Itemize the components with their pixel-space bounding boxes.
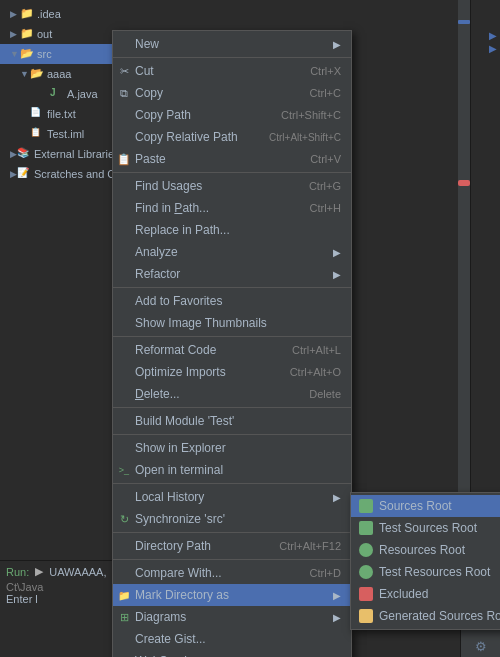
submenu-item-generatedsourcesroot[interactable]: Generated Sources Root — [351, 605, 500, 627]
terminal-icon: >_ — [117, 463, 131, 477]
tree-arrow-extlibs: ▶ — [10, 149, 17, 159]
scroll-mark-1 — [458, 180, 470, 186]
menu-label-new: New — [135, 37, 159, 51]
menu-item-showimagethumbs[interactable]: Show Image Thumbnails — [113, 312, 351, 334]
tree-label-src: src — [37, 48, 52, 60]
menu-item-markdirectoryas[interactable]: 📁 Mark Directory as ▶ — [113, 584, 351, 606]
menu-item-webservices[interactable]: WebServices ▶ — [113, 650, 351, 657]
menu-item-refactor[interactable]: Refactor ▶ — [113, 263, 351, 285]
context-menu: New ▶ ✂ Cut Ctrl+X ⧉ Copy Ctrl+C Copy Pa… — [112, 30, 352, 657]
menu-label-optimizeimports: Optimize Imports — [135, 365, 226, 379]
menu-item-optimizeimports[interactable]: Optimize Imports Ctrl+Alt+O — [113, 361, 351, 383]
menu-item-creategist[interactable]: Create Gist... — [113, 628, 351, 650]
menu-label-directorypath: Directory Path — [135, 539, 211, 553]
tree-label-testiml: Test.iml — [47, 128, 84, 140]
shortcut-optimizeimports: Ctrl+Alt+O — [290, 366, 341, 378]
menu-label-findinpath: Find in Path... — [135, 201, 209, 215]
folder-icon-aaaa: 📂 — [30, 67, 44, 81]
tree-item-idea[interactable]: ▶ 📁 .idea — [0, 4, 115, 24]
menu-label-showimagethumbs: Show Image Thumbnails — [135, 316, 267, 330]
submenu-item-testsourcesroot[interactable]: Test Sources Root — [351, 517, 500, 539]
menu-sep-4 — [113, 336, 351, 337]
menu-label-copy: Copy — [135, 86, 163, 100]
menu-item-delete[interactable]: Delete... Delete — [113, 383, 351, 405]
run-content: UAWAAAA, — [49, 566, 106, 578]
menu-item-findusages[interactable]: Find Usages Ctrl+G — [113, 175, 351, 197]
tree-item-filetxt[interactable]: 📄 file.txt — [0, 104, 115, 124]
tree-item-aaaa[interactable]: ▼ 📂 aaaa — [0, 64, 115, 84]
shortcut-comparewith: Ctrl+D — [310, 567, 341, 579]
menu-label-openinterminal: Open in terminal — [135, 463, 223, 477]
menu-item-copyrelpath[interactable]: Copy Relative Path Ctrl+Alt+Shift+C — [113, 126, 351, 148]
tree-item-src[interactable]: ▼ 📂 src — [0, 44, 115, 64]
tree-item-ajava[interactable]: J A.java — [0, 84, 115, 104]
menu-label-showinexplorer: Show in Explorer — [135, 441, 226, 455]
settings-button[interactable]: ⚙ — [467, 637, 495, 657]
resourcesroot-icon — [359, 543, 373, 557]
tree-item-out[interactable]: ▶ 📁 out — [0, 24, 115, 44]
tree-label-aaaa: aaaa — [47, 68, 71, 80]
submenu-item-sourcesroot[interactable]: Sources Root — [351, 495, 500, 517]
shortcut-paste: Ctrl+V — [310, 153, 341, 165]
submenu-arrow-diagrams: ▶ — [333, 612, 341, 623]
scrollbar-track[interactable] — [458, 0, 470, 560]
tree-item-extlibs[interactable]: ▶ 📚 External Libraries — [0, 144, 115, 164]
menu-item-copypath[interactable]: Copy Path Ctrl+Shift+C — [113, 104, 351, 126]
scratch-icon: 📝 — [17, 167, 31, 181]
menu-sep-1 — [113, 57, 351, 58]
menu-item-addtofav[interactable]: Add to Favorites — [113, 290, 351, 312]
menu-label-buildmodule: Build Module 'Test' — [135, 414, 234, 428]
menu-label-copypath: Copy Path — [135, 108, 191, 122]
submenu-item-excluded[interactable]: Excluded — [351, 583, 500, 605]
tree-label-out: out — [37, 28, 52, 40]
menu-item-directorypath[interactable]: Directory Path Ctrl+Alt+F12 — [113, 535, 351, 557]
arrow-right-1[interactable]: ▶ — [489, 30, 497, 41]
tree-arrow-idea: ▶ — [10, 9, 20, 19]
tree-arrow-src: ▼ — [10, 49, 20, 59]
menu-label-copyrelpath: Copy Relative Path — [135, 130, 238, 144]
menu-item-diagrams[interactable]: ⊞ Diagrams ▶ — [113, 606, 351, 628]
shortcut-copyrelpath: Ctrl+Alt+Shift+C — [269, 132, 341, 143]
menu-item-comparewith[interactable]: Compare With... Ctrl+D — [113, 562, 351, 584]
tree-item-testiml[interactable]: 📋 Test.iml — [0, 124, 115, 144]
menu-item-reformatcode[interactable]: Reformat Code Ctrl+Alt+L — [113, 339, 351, 361]
menu-item-paste[interactable]: 📋 Paste Ctrl+V — [113, 148, 351, 170]
submenu-item-testresourcesroot[interactable]: Test Resources Root — [351, 561, 500, 583]
paste-icon: 📋 — [117, 152, 131, 166]
menu-label-paste: Paste — [135, 152, 166, 166]
menu-item-buildmodule[interactable]: Build Module 'Test' — [113, 410, 351, 432]
submenu-arrow-refactor: ▶ — [333, 269, 341, 280]
menu-item-analyze[interactable]: Analyze ▶ — [113, 241, 351, 263]
menu-item-replaceinpath[interactable]: Replace in Path... — [113, 219, 351, 241]
menu-label-addtofav: Add to Favorites — [135, 294, 222, 308]
submenu-label-sourcesroot: Sources Root — [379, 499, 452, 513]
shortcut-findusages: Ctrl+G — [309, 180, 341, 192]
submenu-label-resourcesroot: Resources Root — [379, 543, 465, 557]
testsourcesroot-icon — [359, 521, 373, 535]
shortcut-copy: Ctrl+C — [310, 87, 341, 99]
tree-item-scratches[interactable]: ▶ 📝 Scratches and Co... — [0, 164, 115, 184]
submenu-item-resourcesroot[interactable]: Resources Root — [351, 539, 500, 561]
tree-label-ajava: A.java — [67, 88, 98, 100]
submenu-arrow-analyze: ▶ — [333, 247, 341, 258]
menu-label-refactor: Refactor — [135, 267, 180, 281]
testresourcesroot-icon — [359, 565, 373, 579]
menu-item-synchronize[interactable]: ↻ Synchronize 'src' — [113, 508, 351, 530]
shortcut-copypath: Ctrl+Shift+C — [281, 109, 341, 121]
menu-item-cut[interactable]: ✂ Cut Ctrl+X — [113, 60, 351, 82]
arrow-right-2[interactable]: ▶ — [489, 43, 497, 54]
menu-label-diagrams: Diagrams — [135, 610, 186, 624]
folder-icon-src: 📂 — [20, 47, 34, 61]
menu-label-synchronize: Synchronize 'src' — [135, 512, 225, 526]
menu-item-openinterminal[interactable]: >_ Open in terminal — [113, 459, 351, 481]
menu-item-new[interactable]: New ▶ — [113, 33, 351, 55]
sourcesroot-icon — [359, 499, 373, 513]
right-arrows: ▶ ▶ — [486, 30, 500, 54]
tree-label-filetxt: file.txt — [47, 108, 76, 120]
menu-item-copy[interactable]: ⧉ Copy Ctrl+C — [113, 82, 351, 104]
menu-item-showinexplorer[interactable]: Show in Explorer — [113, 437, 351, 459]
menu-item-localhistory[interactable]: Local History ▶ — [113, 486, 351, 508]
menu-label-creategist: Create Gist... — [135, 632, 206, 646]
run-icon: ▶ — [35, 565, 43, 578]
menu-item-findinpath[interactable]: Find in Path... Ctrl+H — [113, 197, 351, 219]
